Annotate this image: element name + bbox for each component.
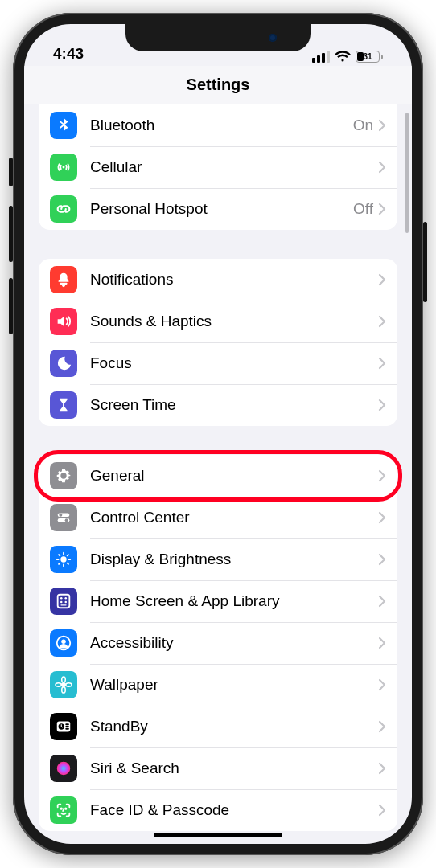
row-label: Sounds & Haptics bbox=[90, 313, 378, 330]
row-label: Home Screen & App Library bbox=[90, 592, 378, 610]
chevron-right-icon bbox=[378, 553, 386, 566]
row-standby[interactable]: StandBy bbox=[39, 706, 397, 747]
faceid-icon bbox=[50, 796, 77, 824]
svg-point-21 bbox=[66, 683, 72, 687]
row-label: Siri & Search bbox=[90, 760, 378, 777]
chevron-right-icon bbox=[378, 119, 386, 132]
svg-rect-9 bbox=[58, 595, 70, 608]
svg-point-12 bbox=[60, 601, 63, 604]
row-label: Notifications bbox=[90, 271, 378, 289]
row-label: Wallpaper bbox=[90, 676, 378, 694]
mute-switch bbox=[9, 158, 13, 186]
volume-up bbox=[9, 206, 13, 262]
chevron-right-icon bbox=[378, 720, 386, 733]
row-siri[interactable]: Siri & Search bbox=[39, 747, 397, 789]
chevron-right-icon bbox=[378, 161, 386, 174]
row-general[interactable]: General bbox=[39, 455, 397, 497]
chevron-right-icon bbox=[378, 469, 386, 482]
svg-point-29 bbox=[65, 808, 66, 809]
antenna-icon bbox=[50, 154, 77, 181]
row-sounds-haptics[interactable]: Sounds & Haptics bbox=[39, 301, 397, 342]
speaker-icon bbox=[50, 308, 77, 335]
clock-icon bbox=[50, 713, 77, 740]
row-control-center[interactable]: Control Center bbox=[39, 497, 397, 538]
person-icon bbox=[50, 629, 77, 657]
switches-icon bbox=[50, 504, 77, 531]
row-cellular[interactable]: Cellular bbox=[39, 146, 397, 188]
svg-point-28 bbox=[61, 808, 62, 809]
scrollbar[interactable] bbox=[405, 113, 409, 233]
chevron-right-icon bbox=[378, 678, 386, 691]
power-button bbox=[423, 222, 427, 302]
row-label: Accessibility bbox=[90, 634, 378, 652]
navbar: Settings bbox=[24, 66, 412, 104]
row-notifications[interactable]: Notifications bbox=[39, 259, 397, 301]
row-label: Cellular bbox=[90, 158, 378, 176]
row-value: On bbox=[353, 117, 373, 134]
row-label: Personal Hotspot bbox=[90, 200, 353, 218]
row-bluetooth[interactable]: BluetoothOn bbox=[39, 104, 397, 146]
svg-point-17 bbox=[62, 683, 66, 687]
battery-percentage: 31 bbox=[363, 52, 372, 61]
phone-frame: 4:43 31 Settings bbox=[13, 13, 423, 855]
svg-point-27 bbox=[57, 762, 71, 776]
page-title: Settings bbox=[187, 76, 250, 94]
chevron-right-icon bbox=[378, 273, 386, 286]
row-value: Off bbox=[353, 200, 373, 218]
row-label: Screen Time bbox=[90, 396, 378, 414]
gear-icon bbox=[50, 462, 77, 489]
notch bbox=[125, 24, 311, 51]
svg-rect-24 bbox=[65, 723, 69, 725]
chevron-right-icon bbox=[378, 511, 386, 524]
row-home-screen[interactable]: Home Screen & App Library bbox=[39, 580, 397, 622]
row-label: Control Center bbox=[90, 509, 378, 526]
chevron-right-icon bbox=[378, 762, 386, 775]
svg-point-11 bbox=[64, 597, 67, 600]
flower-icon bbox=[50, 671, 77, 698]
chevron-right-icon bbox=[378, 804, 386, 817]
svg-point-0 bbox=[63, 166, 65, 169]
settings-group: GeneralControl CenterDisplay & Brightnes… bbox=[39, 455, 397, 831]
row-label: Focus bbox=[90, 354, 378, 372]
row-accessibility[interactable]: Accessibility bbox=[39, 622, 397, 664]
svg-point-19 bbox=[62, 687, 66, 693]
row-personal-hotspot[interactable]: Personal HotspotOff bbox=[39, 188, 397, 230]
hourglass-icon bbox=[50, 391, 77, 419]
chevron-right-icon bbox=[378, 399, 386, 411]
bell-icon bbox=[50, 266, 77, 293]
settings-group: NotificationsSounds & HapticsFocusScreen… bbox=[39, 259, 397, 426]
svg-point-7 bbox=[65, 518, 68, 522]
siri-icon bbox=[50, 755, 77, 782]
status-time: 4:43 bbox=[53, 45, 84, 63]
chevron-right-icon bbox=[378, 203, 386, 215]
link-icon bbox=[50, 195, 77, 223]
row-wallpaper[interactable]: Wallpaper bbox=[39, 664, 397, 706]
home-indicator[interactable] bbox=[154, 833, 282, 837]
row-focus[interactable]: Focus bbox=[39, 342, 397, 384]
chevron-right-icon bbox=[378, 595, 386, 608]
svg-rect-25 bbox=[65, 726, 69, 727]
svg-point-20 bbox=[56, 683, 61, 687]
svg-rect-26 bbox=[65, 728, 69, 730]
screen: 4:43 31 Settings bbox=[24, 24, 412, 844]
sun-icon bbox=[50, 546, 77, 573]
svg-point-16 bbox=[61, 639, 66, 644]
settings-list[interactable]: BluetoothOnCellularPersonal HotspotOffNo… bbox=[24, 104, 412, 844]
volume-down bbox=[9, 278, 13, 334]
row-label: Bluetooth bbox=[90, 117, 353, 134]
settings-group: BluetoothOnCellularPersonal HotspotOff bbox=[39, 104, 397, 230]
battery-icon: 31 bbox=[356, 51, 383, 63]
chevron-right-icon bbox=[378, 357, 386, 370]
row-label: StandBy bbox=[90, 718, 378, 735]
bluetooth-icon bbox=[50, 112, 77, 139]
chevron-right-icon bbox=[378, 637, 386, 649]
row-label: Face ID & Passcode bbox=[90, 801, 378, 819]
svg-point-3 bbox=[62, 285, 65, 288]
row-screen-time[interactable]: Screen Time bbox=[39, 384, 397, 426]
row-display[interactable]: Display & Brightness bbox=[39, 538, 397, 580]
svg-point-13 bbox=[64, 601, 67, 604]
svg-rect-14 bbox=[60, 604, 66, 605]
cellular-signal-icon bbox=[312, 51, 330, 63]
svg-point-5 bbox=[59, 514, 62, 517]
row-faceid[interactable]: Face ID & Passcode bbox=[39, 789, 397, 831]
